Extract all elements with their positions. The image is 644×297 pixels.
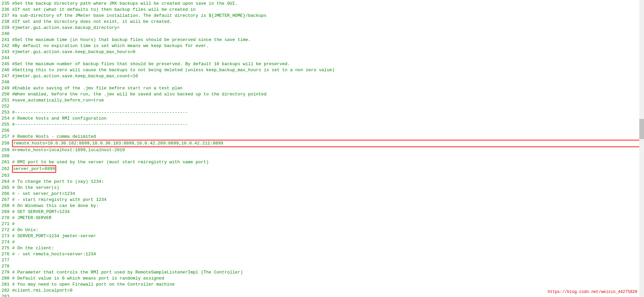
line-277: 277 — [0, 257, 644, 263]
line-254: 254# Remote hosts and RMI configuration — [0, 116, 644, 122]
line-245: 245#Set the maximum number of backup fil… — [0, 61, 644, 67]
line-number-249: 249 — [0, 85, 12, 91]
line-number-239: 239 — [0, 25, 12, 31]
line-number-241: 241 — [0, 37, 12, 43]
line-239: 239#jmeter.gui.action.save.backup_direct… — [0, 25, 644, 31]
line-269: 269# SET SERVER_PORT=1234 — [0, 209, 644, 215]
line-content-266: # - set server_port=1234 — [12, 191, 644, 197]
line-content-271: # — [12, 221, 644, 227]
line-number-273: 273 — [0, 233, 12, 239]
line-content-251: #save_automatically_before_run=true — [12, 97, 644, 103]
line-244: 244 — [0, 55, 644, 61]
line-content-247: #jmeter.gui.action.save.keep_backup_max_… — [12, 73, 644, 79]
line-263: 263 — [0, 173, 644, 179]
line-number-248: 248 — [0, 79, 12, 85]
line-content-269: # SET SERVER_PORT=1234 — [12, 209, 644, 215]
line-242: 242#By default no expiration time is set… — [0, 43, 644, 49]
line-number-281: 281 — [0, 282, 12, 288]
line-247: 247#jmeter.gui.action.save.keep_backup_m… — [0, 73, 644, 79]
line-content-243: #jmeter.gui.action.save.keep_backup_max_… — [12, 49, 644, 55]
footer-link: https://blog.csdn.net/weixin_44275820 — [548, 290, 637, 294]
line-240: 240 — [0, 31, 644, 37]
line-number-263: 263 — [0, 173, 12, 179]
line-content-242: #By default no expiration time is set wh… — [12, 43, 644, 49]
line-237: 237#a sub-directory of the JMeter base i… — [0, 13, 644, 19]
line-274: 274# — [0, 239, 644, 245]
line-number-254: 254 — [0, 116, 12, 122]
line-248: 248 — [0, 79, 644, 85]
line-number-251: 251 — [0, 97, 12, 103]
line-259: 259#remote_hosts=localhost:1099,localhos… — [0, 147, 644, 153]
line-272: 272# On Unix: — [0, 227, 644, 233]
line-number-280: 280 — [0, 275, 12, 282]
line-content-272: # On Unix: — [12, 227, 644, 233]
line-content-254: # Remote hosts and RMI configuration — [12, 116, 644, 122]
line-number-268: 268 — [0, 203, 12, 209]
line-264: 264# To change the port to (say) 1234: — [0, 179, 644, 185]
scrollbar[interactable] — [639, 0, 644, 297]
line-250: 250#When enabled, before the run, the .j… — [0, 91, 644, 97]
line-content-246: #Setting this to zero will cause the bac… — [12, 67, 644, 73]
line-content-275: # On the client: — [12, 245, 644, 251]
line-262: 262server_port=8899 — [0, 165, 644, 173]
line-number-240: 240 — [0, 31, 12, 37]
line-257: 257# Remote Hosts - comma delimited — [0, 134, 644, 140]
line-258: 258remote_hosts=10.0.30.182:8899,10.0.30… — [0, 140, 644, 147]
line-number-272: 272 — [0, 227, 12, 233]
line-271: 271# — [0, 221, 644, 227]
line-content-239: #jmeter.gui.action.save.backup_directory… — [12, 25, 644, 31]
line-241: 241#Set the maximum time (in hours) that… — [0, 37, 644, 43]
line-number-274: 274 — [0, 239, 12, 245]
line-251: 251#save_automatically_before_run=true — [0, 97, 644, 103]
line-content-280: # Default value is 0 which means port is… — [12, 275, 644, 282]
line-number-270: 270 — [0, 215, 12, 221]
line-number-246: 246 — [0, 67, 12, 73]
line-280: 280# Default value is 0 which means port… — [0, 275, 644, 282]
line-265: 265# On the server(s) — [0, 185, 644, 191]
line-content-273: # SERVER_PORT=1234 jmeter-server — [12, 233, 644, 239]
line-content-268: # On Windows this can be done by: — [12, 203, 644, 209]
line-content-258: remote_hosts=10.0.30.182:8899,10.0.30.18… — [12, 140, 644, 147]
line-252: 252 — [0, 103, 644, 110]
line-number-260: 260 — [0, 153, 12, 159]
line-number-266: 266 — [0, 191, 12, 197]
line-content-281: # You may need to open Firewall port on … — [12, 282, 644, 288]
line-273: 273# SERVER_PORT=1234 jmeter-server — [0, 233, 644, 239]
line-number-238: 238 — [0, 19, 12, 25]
line-270: 270# JMETER-SERVER — [0, 215, 644, 221]
line-255: 255#------------------------------------… — [0, 122, 644, 128]
line-256: 256 — [0, 128, 644, 134]
line-266: 266# - set server_port=1234 — [0, 191, 644, 197]
line-279: 279# Parameter that controls the RMI por… — [0, 269, 644, 275]
line-number-265: 265 — [0, 185, 12, 191]
line-number-237: 237 — [0, 13, 12, 19]
line-number-250: 250 — [0, 91, 12, 97]
line-number-279: 279 — [0, 269, 12, 275]
line-number-261: 261 — [0, 159, 12, 165]
line-content-237: #a sub-directory of the JMeter base inst… — [12, 13, 644, 19]
line-number-262: 262 — [0, 166, 12, 172]
line-content-267: # - start rmiregistry with port 1234 — [12, 197, 644, 203]
line-number-275: 275 — [0, 245, 12, 251]
line-content-261: # RMI port to be used by the server (mus… — [12, 159, 644, 165]
line-281: 281# You may need to open Firewall port … — [0, 282, 644, 288]
line-content-279: # Parameter that controls the RMI port u… — [12, 269, 644, 275]
line-content-274: # — [12, 239, 644, 245]
line-number-283: 283 — [0, 294, 12, 297]
line-236: 236#If not set (what it defaults to) the… — [0, 7, 644, 13]
line-246: 246#Setting this to zero will cause the … — [0, 67, 644, 73]
code-area: 235#Set the backup directory path where … — [0, 0, 644, 297]
line-content-259: #remote_hosts=localhost:1099,localhost:2… — [12, 147, 644, 153]
line-content-270: # JMETER-SERVER — [12, 215, 644, 221]
line-number-277: 277 — [0, 257, 12, 263]
line-number-278: 278 — [0, 263, 12, 269]
line-235: 235#Set the backup directory path where … — [0, 1, 644, 7]
line-275: 275# On the client: — [0, 245, 644, 251]
line-number-247: 247 — [0, 73, 12, 79]
line-number-255: 255 — [0, 122, 12, 128]
scrollbar-thumb[interactable] — [639, 119, 644, 139]
line-243: 243#jmeter.gui.action.save.keep_backup_m… — [0, 49, 644, 55]
line-253: 253#------------------------------------… — [0, 110, 644, 116]
line-number-256: 256 — [0, 128, 12, 134]
line-268: 268# On Windows this can be done by: — [0, 203, 644, 209]
